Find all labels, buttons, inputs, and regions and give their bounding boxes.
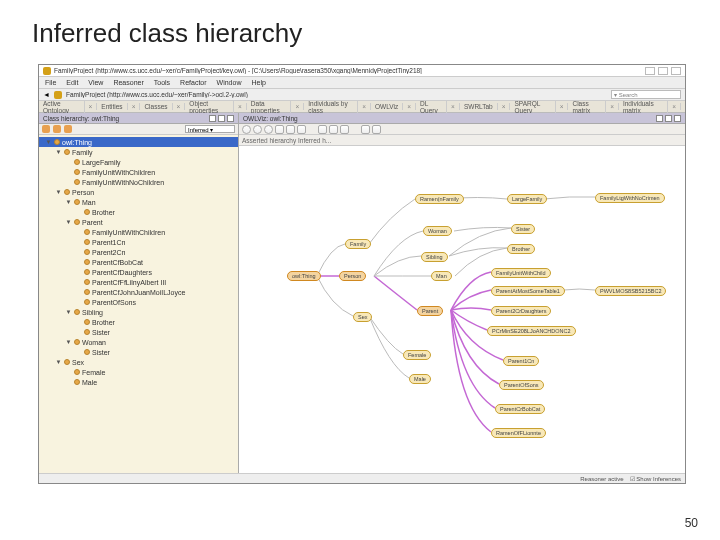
add-class-icon[interactable] (42, 125, 50, 133)
menu-help[interactable]: Help (251, 79, 265, 86)
tab-class-matrix[interactable]: Class matrix (572, 100, 606, 114)
graph-node[interactable]: PWVLMOS8SB5215BC2 (595, 286, 666, 296)
graph-node[interactable]: Brother (507, 244, 535, 254)
tab-sparql[interactable]: SPARQL Query (514, 100, 555, 114)
panel-btn-1[interactable] (209, 115, 216, 122)
graph-node[interactable]: FamilyUnitWithChild (491, 268, 551, 278)
graph-node[interactable]: Parent2CrDaughters (491, 306, 551, 316)
menu-tools[interactable]: Tools (154, 79, 170, 86)
menu-reasoner[interactable]: Reasoner (113, 79, 143, 86)
tree-item[interactable]: Male (39, 377, 238, 387)
tree-item[interactable]: ▼Sibling (39, 307, 238, 317)
status-inferences[interactable]: ☑ Show Inferences (630, 475, 681, 482)
viz-zoom-in-icon[interactable] (318, 125, 327, 134)
delete-class-icon[interactable] (64, 125, 72, 133)
graph-node[interactable]: Woman (423, 226, 452, 236)
tree-item[interactable]: Parent2Cn (39, 247, 238, 257)
tree-item[interactable]: Brother (39, 207, 238, 217)
viz-subtab-label[interactable]: Asserted hierarchy Inferred h... (242, 137, 331, 144)
tree-item[interactable]: FamilyUnitWithChildren (39, 227, 238, 237)
tree-item[interactable]: ParentOfSons (39, 297, 238, 307)
viz-tool-1[interactable] (242, 125, 251, 134)
tree-item[interactable]: ▼Woman (39, 337, 238, 347)
panel-btn-3[interactable] (227, 115, 234, 122)
tree-item[interactable]: ▼Sex (39, 357, 238, 367)
close-button[interactable] (671, 67, 681, 75)
tree-item[interactable]: ParentCfJohnJuanMoiILJoyce (39, 287, 238, 297)
viz-tool-3[interactable] (264, 125, 273, 134)
panel-btn-2[interactable] (218, 115, 225, 122)
owlviz-btn-3[interactable] (674, 115, 681, 122)
class-tree[interactable]: ▼owl:Thing▼FamilyLargeFamilyFamilyUnitWi… (39, 135, 238, 473)
tree-item[interactable]: ▼Person (39, 187, 238, 197)
tree-item[interactable]: Brother (39, 317, 238, 327)
tree-item[interactable]: Sister (39, 327, 238, 337)
viz-tool-6[interactable] (297, 125, 306, 134)
graph-node[interactable]: ParentOfSons (499, 380, 544, 390)
viz-tool-2[interactable] (253, 125, 262, 134)
back-icon[interactable]: ◄ (43, 91, 50, 98)
graph-node[interactable]: PCrMinSE208LJoANCHDONC2 (487, 326, 576, 336)
graph-node[interactable]: Ramen(nFamily (415, 194, 464, 204)
tab-owlviz[interactable]: OWLViz (375, 103, 403, 110)
tree-item[interactable]: Sister (39, 347, 238, 357)
tree-item[interactable]: ParentCfBobCat (39, 257, 238, 267)
tree-item[interactable]: ▼Man (39, 197, 238, 207)
graph-node[interactable]: ParentAtMostSomeTable1 (491, 286, 565, 296)
tree-item[interactable]: ▼owl:Thing (39, 137, 238, 147)
viz-zoom-out-icon[interactable] (329, 125, 338, 134)
viz-export-icon[interactable] (361, 125, 370, 134)
tree-item[interactable]: ▼Parent (39, 217, 238, 227)
add-subclass-icon[interactable] (53, 125, 61, 133)
menu-window[interactable]: Window (217, 79, 242, 86)
owlviz-btn-1[interactable] (656, 115, 663, 122)
hierarchy-mode-select[interactable]: Inferred ▾ (185, 125, 235, 133)
menu-edit[interactable]: Edit (66, 79, 78, 86)
graph-node[interactable]: Sex (353, 312, 372, 322)
graph-canvas[interactable]: owl:ThingFamilyPersonSexRamen(nFamilyWom… (239, 146, 685, 473)
menu-view[interactable]: View (88, 79, 103, 86)
tab-ind-matrix[interactable]: Individuals matrix (623, 100, 668, 114)
tree-item[interactable]: ParentCfFfLilnyAlbert III (39, 277, 238, 287)
graph-node[interactable]: FamilyLtgWithNoCrimen (595, 193, 665, 203)
tree-item[interactable]: Female (39, 367, 238, 377)
graph-node[interactable]: ParentCrBobCat (495, 404, 545, 414)
tab-dlquery[interactable]: DL Query (420, 100, 447, 114)
tab-individuals[interactable]: Individuals by class (308, 100, 358, 114)
graph-node[interactable]: Family (345, 239, 371, 249)
graph-node[interactable]: LargeFamily (507, 194, 547, 204)
tab-classes[interactable]: Classes (144, 103, 172, 110)
graph-node[interactable]: RamenOfFLionnte (491, 428, 546, 438)
tree-item[interactable]: FamilyUnitWithNoChildren (39, 177, 238, 187)
graph-node[interactable]: owl:Thing (287, 271, 321, 281)
minimize-button[interactable] (645, 67, 655, 75)
graph-node[interactable]: Sister (511, 224, 535, 234)
graph-node[interactable]: Person (339, 271, 366, 281)
viz-fit-icon[interactable] (340, 125, 349, 134)
owlviz-btn-2[interactable] (665, 115, 672, 122)
menu-refactor[interactable]: Refactor (180, 79, 206, 86)
tab-entities[interactable]: Entities (101, 103, 127, 110)
menu-file[interactable]: File (45, 79, 56, 86)
viz-tool-4[interactable] (275, 125, 284, 134)
tab-data-props[interactable]: Data properties (251, 100, 292, 114)
graph-node[interactable]: Sibling (421, 252, 448, 262)
tree-item[interactable]: ParentCfDaughters (39, 267, 238, 277)
right-pane: OWLViz: owl:Thing (239, 113, 685, 473)
search-input[interactable]: ▾ Search (611, 90, 681, 99)
tree-item[interactable]: ▼Family (39, 147, 238, 157)
tree-item[interactable]: LargeFamily (39, 157, 238, 167)
tab-object-props[interactable]: Object properties (189, 100, 234, 114)
viz-settings-icon[interactable] (372, 125, 381, 134)
maximize-button[interactable] (658, 67, 668, 75)
viz-tool-5[interactable] (286, 125, 295, 134)
graph-node[interactable]: Male (409, 374, 431, 384)
graph-node[interactable]: Parent1Cn (503, 356, 539, 366)
tree-item[interactable]: FamilyUnitWithChildren (39, 167, 238, 177)
tree-item[interactable]: Parent1Cn (39, 237, 238, 247)
tab-active-ontology[interactable]: Active Ontology (43, 100, 85, 114)
graph-node[interactable]: Man (431, 271, 452, 281)
tab-swrl[interactable]: SWRLTab (464, 103, 498, 110)
graph-node[interactable]: Female (403, 350, 431, 360)
graph-node[interactable]: Parent (417, 306, 443, 316)
